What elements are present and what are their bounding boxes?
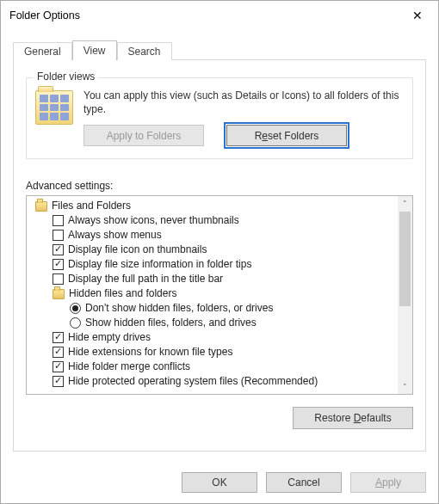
tree-item-checkbox[interactable]: Always show menus	[30, 228, 394, 243]
ok-button[interactable]: OK	[182, 472, 257, 493]
checkbox-icon[interactable]	[53, 244, 64, 255]
folder-icon	[35, 201, 47, 212]
radio-icon[interactable]	[70, 317, 81, 329]
folder-options-window: Folder Options ✕ General View Search Fol…	[0, 0, 439, 504]
tree-item-checkbox[interactable]: Display the full path in the title bar	[30, 272, 394, 286]
tab-search[interactable]: Search	[117, 42, 172, 60]
apply-to-folders-button: Apply to Folders	[83, 125, 204, 146]
checkbox-icon[interactable]	[53, 259, 64, 270]
tree-item-checkbox[interactable]: Hide extensions for known file types	[30, 345, 394, 360]
dialog-body: General View Search Folder views You can…	[1, 30, 438, 464]
tree-label: Show hidden files, folders, and drives	[85, 316, 257, 330]
tree-label: Always show icons, never thumbnails	[68, 213, 239, 228]
tree-item-checkbox[interactable]: Display file size information in folder …	[30, 257, 394, 272]
tab-view[interactable]: View	[72, 40, 117, 60]
tree-item-checkbox[interactable]: Hide empty drives	[30, 330, 394, 345]
tree-label: Hide folder merge conflicts	[68, 360, 190, 374]
apply-button: Apply	[350, 472, 426, 493]
folder-views-icon	[35, 90, 73, 125]
checkbox-icon[interactable]	[53, 332, 64, 343]
folder-views-description: You can apply this view (such as Details…	[83, 89, 404, 116]
tree-item-hidden-files-folder[interactable]: Hidden files and folders	[30, 286, 394, 301]
folder-views-group-title: Folder views	[34, 71, 98, 83]
checkbox-icon[interactable]	[53, 347, 64, 358]
tree-label: Display file icon on thumbnails	[68, 243, 207, 257]
close-icon: ✕	[412, 9, 423, 22]
checkbox-icon[interactable]	[53, 361, 64, 372]
titlebar: Folder Options ✕	[1, 1, 438, 30]
tree-label: Files and Folders	[52, 199, 131, 213]
reset-folders-button[interactable]: Reset Folders	[226, 125, 347, 146]
radio-icon[interactable]	[70, 303, 81, 314]
tab-general[interactable]: General	[13, 42, 72, 60]
checkbox-icon[interactable]	[53, 215, 64, 226]
checkbox-icon[interactable]	[53, 274, 64, 285]
scroll-down-icon[interactable]: ˅	[398, 379, 412, 394]
tree-label: Hidden files and folders	[69, 286, 176, 301]
scroll-up-icon[interactable]: ˄	[398, 196, 412, 211]
window-title: Folder Options	[9, 9, 80, 22]
tree-label: Hide protected operating system files (R…	[68, 374, 318, 389]
dialog-button-row: OK Cancel Apply	[1, 464, 438, 503]
tree-label: Display the full path in the title bar	[68, 272, 223, 286]
tree-item-checkbox[interactable]: Hide protected operating system files (R…	[30, 374, 394, 389]
tree-label: Hide empty drives	[68, 330, 151, 345]
tree-item-checkbox[interactable]: Always show icons, never thumbnails	[30, 213, 394, 228]
tree-label: Don't show hidden files, folders, or dri…	[85, 301, 273, 316]
folder-icon	[53, 289, 65, 299]
tree-content: Files and Folders Always show icons, nev…	[27, 196, 398, 394]
tree-root-files-and-folders[interactable]: Files and Folders	[30, 199, 394, 213]
advanced-settings-tree[interactable]: Files and Folders Always show icons, nev…	[26, 195, 413, 395]
checkbox-icon[interactable]	[53, 376, 64, 387]
folder-views-group: Folder views You can apply this view (su…	[26, 77, 413, 159]
tab-page-view: Folder views You can apply this view (su…	[13, 59, 426, 452]
tree-item-checkbox[interactable]: Hide folder merge conflicts	[30, 360, 394, 374]
restore-defaults-button[interactable]: Restore Defaults	[293, 407, 413, 429]
tree-item-checkbox[interactable]: Display file icon on thumbnails	[30, 243, 394, 257]
scrollbar[interactable]: ˄ ˅	[398, 196, 412, 394]
tree-label: Display file size information in folder …	[68, 257, 251, 272]
tree-label: Always show menus	[68, 228, 162, 243]
cancel-button[interactable]: Cancel	[266, 472, 342, 493]
tree-item-radio[interactable]: Don't show hidden files, folders, or dri…	[30, 301, 394, 316]
tab-row: General View Search	[13, 39, 426, 59]
advanced-settings-label: Advanced settings:	[26, 180, 413, 192]
checkbox-icon[interactable]	[53, 230, 64, 241]
scroll-thumb[interactable]	[399, 212, 411, 306]
tree-item-radio[interactable]: Show hidden files, folders, and drives	[30, 316, 394, 330]
close-button[interactable]: ✕	[399, 3, 436, 28]
tree-label: Hide extensions for known file types	[68, 345, 232, 360]
